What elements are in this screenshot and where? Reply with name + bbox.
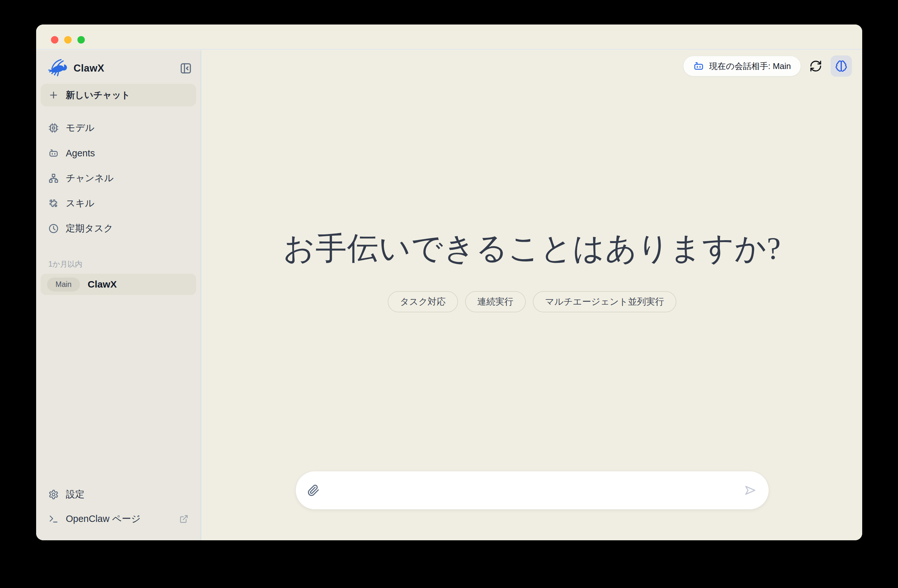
sidebar-item-label: Agents [66,148,95,159]
greeting-text: お手伝いできることはありますか? [202,227,862,270]
sidebar-item-label: モデル [66,121,94,134]
sidebar-item-label: チャンネル [66,172,114,185]
plus-icon [48,90,59,100]
minimize-button[interactable] [64,36,72,43]
sidebar: ClawX 新しいチャット [36,50,201,540]
agent-badge: Main [47,278,80,292]
status-text: ゲートウェイ 接続済み | ポート: 18789 | pid: 69319 [306,540,492,540]
history-section-label: 1か月以内 [48,259,196,269]
external-link-icon [179,514,188,524]
sidebar-item-label: 設定 [66,488,85,501]
sidebar-item-openclaw-page[interactable]: OpenClaw ページ [41,507,196,531]
brain-button[interactable] [830,55,852,77]
clock-icon [48,223,59,234]
puzzle-icon [48,198,59,209]
suggestion-pill-continuous[interactable]: 連続実行 [465,291,526,312]
sidebar-item-models[interactable]: モデル [41,115,196,141]
sidebar-item-skills[interactable]: スキル [41,191,196,216]
app-window: ClawX 新しいチャット [36,25,862,540]
robot-icon [693,61,704,72]
message-input[interactable] [328,471,736,509]
sidebar-item-scheduled-tasks[interactable]: 定期タスク [41,216,196,241]
suggestion-pills: タスク対応 連続実行 マルチエージェント並列実行 [202,291,862,312]
sidebar-item-agents[interactable]: Agents [41,141,196,166]
app-title: ClawX [74,63,105,74]
paperclip-icon[interactable] [308,484,320,496]
sidebar-nav: モデル Agents [41,115,196,241]
network-icon [48,173,59,183]
hero: お手伝いできることはありますか? タスク対応 連続実行 マルチエージェント並列実… [202,227,862,312]
current-conversation-label: 現在の会話相手: Main [709,61,791,72]
terminal-icon [48,514,59,524]
history-item-title: ClawX [88,279,117,290]
main-area: 現在の会話相手: Main お手伝いでき [202,50,862,540]
sidebar-item-label: OpenClaw ページ [66,513,141,525]
sidebar-header: ClawX [41,57,196,80]
cpu-icon [48,123,59,133]
sidebar-item-label: 定期タスク [66,222,113,235]
lobster-logo-icon [48,58,69,78]
robot-icon [48,148,59,158]
gear-icon [48,489,59,500]
message-composer [296,471,769,509]
close-button[interactable] [51,36,58,43]
current-conversation-button[interactable]: 現在の会話相手: Main [683,56,801,77]
main-header: 現在の会話相手: Main [683,55,852,77]
suggestion-pill-multiagent[interactable]: マルチエージェント並列実行 [533,291,677,312]
brain-icon [835,60,847,72]
zoom-button[interactable] [77,36,85,43]
sidebar-item-channels[interactable]: チャンネル [41,166,196,191]
gateway-statusbar: ゲートウェイ 接続済み | ポート: 18789 | pid: 69319 [296,540,769,540]
titlebar [36,25,862,50]
sidebar-item-settings[interactable]: 設定 [41,482,196,507]
panel-collapse-icon[interactable] [179,61,193,75]
new-chat-button[interactable]: 新しいチャット [41,84,196,106]
sidebar-item-label: スキル [66,197,94,210]
send-icon[interactable] [744,484,757,497]
new-chat-label: 新しいチャット [66,89,130,101]
refresh-icon[interactable] [809,60,822,72]
history-item-clawx[interactable]: Main ClawX [41,274,196,295]
suggestion-pill-task[interactable]: タスク対応 [388,291,458,312]
